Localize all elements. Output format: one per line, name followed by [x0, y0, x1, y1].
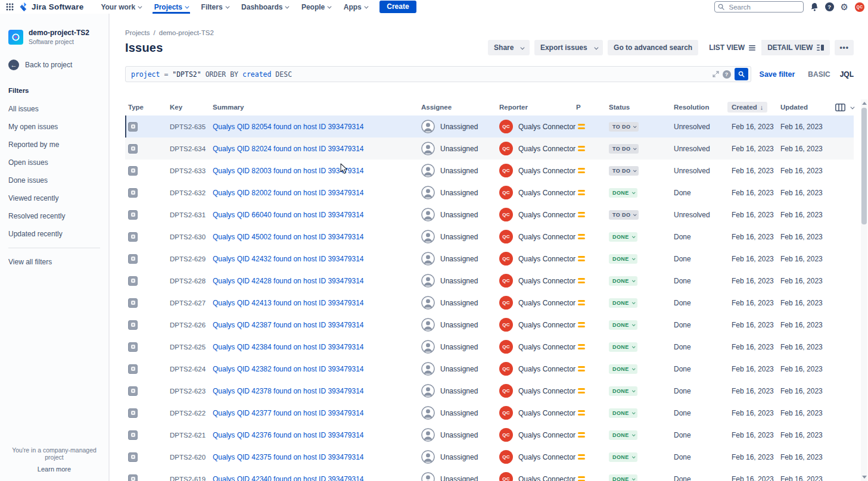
- table-row[interactable]: DPTS2-619 Qualys QID 42340 found on host…: [125, 468, 854, 481]
- status-badge[interactable]: DONE: [609, 276, 637, 286]
- issue-summary-link[interactable]: Qualys QID 82054 found on host ID 393479…: [213, 123, 364, 131]
- notifications-bell-icon[interactable]: [810, 2, 819, 11]
- vertical-scrollbar[interactable]: [861, 99, 867, 481]
- status-badge[interactable]: DONE: [609, 320, 637, 330]
- table-row[interactable]: DPTS2-623 Qualys QID 42378 found on host…: [125, 380, 854, 402]
- status-badge[interactable]: DONE: [609, 254, 637, 264]
- table-row[interactable]: DPTS2-630 Qualys QID 45002 found on host…: [125, 226, 854, 248]
- table-row[interactable]: DPTS2-628 Qualys QID 42428 found on host…: [125, 270, 854, 292]
- sidebar-item-open-issues[interactable]: Open issues: [0, 154, 108, 171]
- table-row[interactable]: DPTS2-627 Qualys QID 42413 found on host…: [125, 292, 854, 314]
- table-row[interactable]: DPTS2-626 Qualys QID 42387 found on host…: [125, 314, 854, 336]
- sidebar-item-viewed-recently[interactable]: Viewed recently: [0, 189, 108, 207]
- breadcrumb-project-link[interactable]: demo-project-TS2: [159, 29, 214, 36]
- column-header-type[interactable]: Type: [125, 104, 170, 111]
- user-avatar[interactable]: QC: [855, 2, 864, 12]
- issue-summary-link[interactable]: Qualys QID 82024 found on host ID 393479…: [213, 145, 364, 153]
- issue-summary-link[interactable]: Qualys QID 45002 found on host ID 393479…: [213, 233, 364, 241]
- column-header-key[interactable]: Key: [170, 104, 213, 111]
- table-row[interactable]: DPTS2-620 Qualys QID 42375 found on host…: [125, 446, 854, 468]
- sidebar-item-resolved-recently[interactable]: Resolved recently: [0, 207, 108, 225]
- issue-summary-link[interactable]: Qualys QID 42377 found on host ID 393479…: [213, 409, 364, 417]
- issue-summary-link[interactable]: Qualys QID 42384 found on host ID 393479…: [213, 343, 364, 351]
- status-badge[interactable]: DONE: [609, 342, 637, 352]
- column-header-updated[interactable]: Updated: [780, 104, 835, 111]
- table-row[interactable]: DPTS2-632 Qualys QID 82002 found on host…: [125, 182, 854, 204]
- status-badge[interactable]: DONE: [609, 232, 637, 242]
- status-badge[interactable]: TO DO: [609, 144, 639, 154]
- nav-people[interactable]: People: [295, 0, 337, 14]
- scroll-up-arrow[interactable]: [862, 102, 867, 105]
- table-row[interactable]: DPTS2-622 Qualys QID 42377 found on host…: [125, 402, 854, 424]
- issue-summary-link[interactable]: Qualys QID 42432 found on host ID 393479…: [213, 255, 364, 263]
- issue-summary-link[interactable]: Qualys QID 82003 found on host ID 393479…: [213, 167, 364, 175]
- sidebar-item-reported-by-me[interactable]: Reported by me: [0, 136, 108, 154]
- table-row[interactable]: DPTS2-633 Qualys QID 82003 found on host…: [125, 160, 854, 182]
- column-header-reporter[interactable]: Reporter: [499, 104, 576, 111]
- column-header-status[interactable]: Status: [609, 104, 674, 111]
- list-view-button[interactable]: LIST VIEW: [703, 40, 761, 55]
- issue-summary-link[interactable]: Qualys QID 42375 found on host ID 393479…: [213, 453, 364, 461]
- settings-gear-icon[interactable]: ⚙: [841, 2, 848, 11]
- status-badge[interactable]: TO DO: [609, 210, 639, 220]
- export-issues-button[interactable]: Export issues: [534, 40, 603, 55]
- column-header-assignee[interactable]: Assignee: [421, 104, 499, 111]
- status-badge[interactable]: DONE: [609, 386, 637, 396]
- status-badge[interactable]: DONE: [609, 474, 637, 481]
- status-badge[interactable]: DONE: [609, 188, 637, 198]
- more-actions-button[interactable]: •••: [835, 40, 854, 55]
- issue-summary-link[interactable]: Qualys QID 42428 found on host ID 393479…: [213, 277, 364, 285]
- sidebar-item-updated-recently[interactable]: Updated recently: [0, 225, 108, 243]
- sidebar-item-my-open-issues[interactable]: My open issues: [0, 118, 108, 136]
- nav-your-work[interactable]: Your work: [94, 0, 147, 14]
- status-badge[interactable]: DONE: [609, 408, 637, 418]
- column-header-created[interactable]: Created↓: [732, 102, 780, 113]
- expand-editor-icon[interactable]: [713, 71, 719, 77]
- jql-search-button[interactable]: [735, 68, 748, 80]
- issue-summary-link[interactable]: Qualys QID 42413 found on host ID 393479…: [213, 299, 364, 307]
- nav-dashboards[interactable]: Dashboards: [235, 0, 295, 14]
- nav-filters[interactable]: Filters: [195, 0, 235, 14]
- issue-summary-link[interactable]: Qualys QID 82002 found on host ID 393479…: [213, 189, 364, 197]
- issue-summary-link[interactable]: Qualys QID 42387 found on host ID 393479…: [213, 321, 364, 329]
- jql-mode-button[interactable]: JQL: [840, 70, 854, 79]
- advanced-search-button[interactable]: Go to advanced search: [608, 40, 698, 55]
- breadcrumb-projects-link[interactable]: Projects: [125, 29, 150, 36]
- status-badge[interactable]: DONE: [609, 364, 637, 374]
- column-header-resolution[interactable]: Resolution: [674, 104, 732, 111]
- nav-apps[interactable]: Apps: [337, 0, 374, 14]
- view-all-filters-link[interactable]: View all filters: [0, 253, 108, 271]
- status-badge[interactable]: DONE: [609, 452, 637, 462]
- issue-summary-link[interactable]: Qualys QID 42382 found on host ID 393479…: [213, 365, 364, 373]
- search-input[interactable]: [714, 1, 804, 13]
- syntax-help-icon[interactable]: ?: [723, 70, 731, 79]
- issue-summary-link[interactable]: Qualys QID 66040 found on host ID 393479…: [213, 211, 364, 219]
- share-button[interactable]: Share: [488, 40, 530, 55]
- help-icon[interactable]: ?: [825, 2, 834, 11]
- sidebar-item-done-issues[interactable]: Done issues: [0, 171, 108, 189]
- scrollbar-thumb[interactable]: [861, 108, 867, 224]
- table-row[interactable]: DPTS2-635 Qualys QID 82054 found on host…: [125, 115, 854, 138]
- create-button[interactable]: Create: [379, 1, 416, 13]
- detail-view-button[interactable]: DETAIL VIEW: [761, 40, 830, 55]
- table-row[interactable]: DPTS2-624 Qualys QID 42382 found on host…: [125, 358, 854, 380]
- scroll-down-arrow[interactable]: [862, 476, 867, 479]
- learn-more-link[interactable]: Learn more: [38, 466, 71, 473]
- table-row[interactable]: DPTS2-629 Qualys QID 42432 found on host…: [125, 248, 854, 270]
- configure-columns-button[interactable]: [835, 104, 862, 111]
- app-switcher-icon[interactable]: [6, 3, 14, 11]
- status-badge[interactable]: TO DO: [609, 122, 639, 132]
- column-header-summary[interactable]: Summary: [213, 104, 421, 111]
- save-filter-link[interactable]: Save filter: [760, 70, 795, 79]
- basic-mode-button[interactable]: BASIC: [808, 70, 830, 79]
- back-to-project[interactable]: ← Back to project: [0, 60, 108, 70]
- jql-input[interactable]: project = "DPTS2" ORDER BY created DESC: [131, 70, 713, 79]
- table-row[interactable]: DPTS2-634 Qualys QID 82024 found on host…: [125, 138, 854, 160]
- issue-summary-link[interactable]: Qualys QID 42340 found on host ID 393479…: [213, 475, 364, 481]
- status-badge[interactable]: TO DO: [609, 166, 639, 176]
- table-row[interactable]: DPTS2-621 Qualys QID 42376 found on host…: [125, 424, 854, 446]
- nav-projects[interactable]: Projects: [148, 0, 195, 14]
- column-header-priority[interactable]: P: [576, 104, 609, 111]
- status-badge[interactable]: DONE: [609, 298, 637, 308]
- table-row[interactable]: DPTS2-631 Qualys QID 66040 found on host…: [125, 204, 854, 226]
